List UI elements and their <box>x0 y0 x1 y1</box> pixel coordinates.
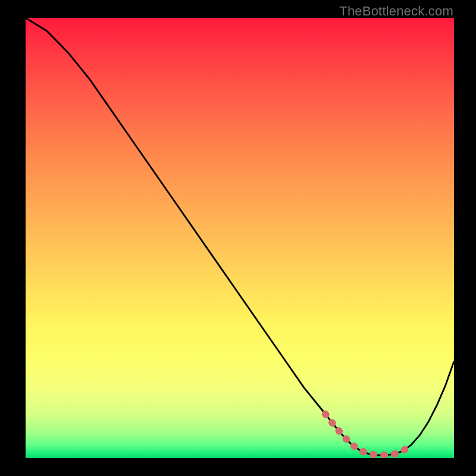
curve-svg <box>26 18 454 458</box>
watermark-text: TheBottleneck.com <box>339 4 453 19</box>
plot-area <box>26 18 454 458</box>
bottleneck-curve <box>26 18 454 455</box>
optimal-range-dots <box>325 414 411 455</box>
chart-frame: TheBottleneck.com <box>0 0 476 476</box>
